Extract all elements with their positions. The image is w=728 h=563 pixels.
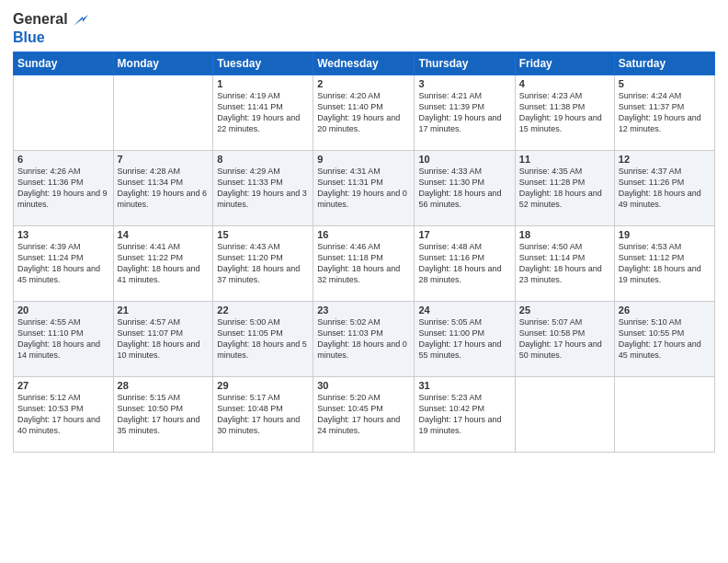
day-info: Sunrise: 4:46 AM Sunset: 11:18 PM Daylig… — [317, 241, 410, 286]
day-number: 1 — [217, 78, 309, 89]
day-number: 24 — [418, 304, 510, 316]
day-number: 26 — [619, 304, 711, 316]
day-number: 27 — [17, 380, 109, 391]
calendar-cell — [14, 75, 114, 150]
weekday-tuesday: Tuesday — [213, 52, 313, 75]
day-number: 13 — [17, 229, 109, 240]
week-row-2: 6Sunrise: 4:26 AM Sunset: 11:36 PM Dayli… — [14, 150, 715, 225]
day-number: 23 — [317, 304, 410, 316]
calendar-cell: 10Sunrise: 4:33 AM Sunset: 11:30 PM Dayl… — [415, 150, 515, 225]
day-number: 22 — [217, 304, 309, 316]
weekday-thursday: Thursday — [415, 52, 515, 75]
day-number: 10 — [418, 154, 510, 165]
calendar-cell: 16Sunrise: 4:46 AM Sunset: 11:18 PM Dayl… — [313, 225, 415, 301]
calendar-cell: 13Sunrise: 4:39 AM Sunset: 11:24 PM Dayl… — [14, 225, 114, 301]
day-info: Sunrise: 4:37 AM Sunset: 11:26 PM Daylig… — [619, 166, 711, 211]
calendar-cell: 24Sunrise: 5:05 AM Sunset: 11:00 PM Dayl… — [415, 301, 515, 376]
day-number: 17 — [418, 229, 510, 240]
calendar-cell: 8Sunrise: 4:29 AM Sunset: 11:33 PM Dayli… — [213, 150, 313, 225]
calendar-cell: 21Sunrise: 4:57 AM Sunset: 11:07 PM Dayl… — [113, 301, 213, 376]
day-info: Sunrise: 4:43 AM Sunset: 11:20 PM Daylig… — [217, 241, 309, 286]
week-row-5: 27Sunrise: 5:12 AM Sunset: 10:53 PM Dayl… — [14, 376, 715, 452]
day-info: Sunrise: 4:57 AM Sunset: 11:07 PM Daylig… — [118, 316, 210, 362]
calendar-cell: 30Sunrise: 5:20 AM Sunset: 10:45 PM Dayl… — [313, 376, 415, 452]
day-number: 11 — [519, 154, 610, 165]
day-info: Sunrise: 4:31 AM Sunset: 11:31 PM Daylig… — [317, 166, 410, 211]
day-info: Sunrise: 5:17 AM Sunset: 10:48 PM Daylig… — [217, 392, 309, 437]
calendar-cell: 5Sunrise: 4:24 AM Sunset: 11:37 PM Dayli… — [614, 75, 714, 150]
day-info: Sunrise: 5:10 AM Sunset: 10:55 PM Daylig… — [619, 316, 711, 362]
day-number: 29 — [217, 380, 309, 391]
day-number: 20 — [17, 304, 109, 316]
day-info: Sunrise: 4:35 AM Sunset: 11:28 PM Daylig… — [519, 166, 610, 211]
logo-blue: Blue — [13, 29, 90, 46]
day-info: Sunrise: 4:29 AM Sunset: 11:33 PM Daylig… — [217, 166, 309, 211]
day-info: Sunrise: 5:23 AM Sunset: 10:42 PM Daylig… — [418, 392, 510, 437]
weekday-header-row: SundayMondayTuesdayWednesdayThursdayFrid… — [14, 52, 715, 75]
svg-marker-0 — [74, 15, 88, 26]
day-number: 30 — [317, 380, 410, 391]
header: General Blue — [13, 9, 715, 46]
day-info: Sunrise: 5:20 AM Sunset: 10:45 PM Daylig… — [317, 392, 410, 437]
day-number: 6 — [17, 154, 109, 165]
weekday-sunday: Sunday — [14, 52, 114, 75]
day-number: 9 — [317, 154, 410, 165]
calendar-cell: 15Sunrise: 4:43 AM Sunset: 11:20 PM Dayl… — [213, 225, 313, 301]
calendar-cell: 7Sunrise: 4:28 AM Sunset: 11:34 PM Dayli… — [113, 150, 213, 225]
calendar-cell: 6Sunrise: 4:26 AM Sunset: 11:36 PM Dayli… — [14, 150, 114, 225]
calendar-cell — [113, 75, 213, 150]
calendar-cell: 23Sunrise: 5:02 AM Sunset: 11:03 PM Dayl… — [313, 301, 415, 376]
logo-text: General — [13, 11, 68, 28]
week-row-3: 13Sunrise: 4:39 AM Sunset: 11:24 PM Dayl… — [14, 225, 715, 301]
day-info: Sunrise: 4:39 AM Sunset: 11:24 PM Daylig… — [17, 241, 109, 286]
day-info: Sunrise: 5:12 AM Sunset: 10:53 PM Daylig… — [17, 392, 109, 437]
day-number: 2 — [317, 78, 410, 89]
weekday-saturday: Saturday — [614, 52, 714, 75]
weekday-monday: Monday — [113, 52, 213, 75]
day-info: Sunrise: 4:24 AM Sunset: 11:37 PM Daylig… — [619, 90, 711, 135]
calendar-cell: 25Sunrise: 5:07 AM Sunset: 10:58 PM Dayl… — [515, 301, 614, 376]
calendar-cell: 9Sunrise: 4:31 AM Sunset: 11:31 PM Dayli… — [313, 150, 415, 225]
calendar-cell: 17Sunrise: 4:48 AM Sunset: 11:16 PM Dayl… — [415, 225, 515, 301]
day-info: Sunrise: 5:07 AM Sunset: 10:58 PM Daylig… — [519, 316, 610, 362]
day-info: Sunrise: 4:23 AM Sunset: 11:38 PM Daylig… — [519, 90, 610, 135]
week-row-4: 20Sunrise: 4:55 AM Sunset: 11:10 PM Dayl… — [14, 301, 715, 376]
calendar-cell — [614, 376, 714, 452]
day-info: Sunrise: 4:26 AM Sunset: 11:36 PM Daylig… — [17, 166, 109, 211]
calendar-cell: 1Sunrise: 4:19 AM Sunset: 11:41 PM Dayli… — [213, 75, 313, 150]
day-number: 19 — [619, 229, 711, 240]
day-info: Sunrise: 4:20 AM Sunset: 11:40 PM Daylig… — [317, 90, 410, 135]
calendar-cell: 28Sunrise: 5:15 AM Sunset: 10:50 PM Dayl… — [113, 376, 213, 452]
day-info: Sunrise: 4:53 AM Sunset: 11:12 PM Daylig… — [619, 241, 711, 286]
day-info: Sunrise: 5:00 AM Sunset: 11:05 PM Daylig… — [217, 316, 309, 362]
calendar-cell: 12Sunrise: 4:37 AM Sunset: 11:26 PM Dayl… — [614, 150, 714, 225]
day-info: Sunrise: 4:48 AM Sunset: 11:16 PM Daylig… — [418, 241, 510, 286]
day-number: 25 — [519, 304, 610, 316]
day-number: 21 — [118, 304, 210, 316]
calendar-cell: 14Sunrise: 4:41 AM Sunset: 11:22 PM Dayl… — [113, 225, 213, 301]
day-info: Sunrise: 4:21 AM Sunset: 11:39 PM Daylig… — [418, 90, 510, 135]
calendar-cell: 2Sunrise: 4:20 AM Sunset: 11:40 PM Dayli… — [313, 75, 415, 150]
calendar-cell: 22Sunrise: 5:00 AM Sunset: 11:05 PM Dayl… — [213, 301, 313, 376]
day-info: Sunrise: 5:02 AM Sunset: 11:03 PM Daylig… — [317, 316, 410, 362]
day-number: 12 — [619, 154, 711, 165]
calendar-cell: 3Sunrise: 4:21 AM Sunset: 11:39 PM Dayli… — [415, 75, 515, 150]
logo-icon — [70, 9, 90, 29]
day-number: 16 — [317, 229, 410, 240]
day-info: Sunrise: 4:41 AM Sunset: 11:22 PM Daylig… — [118, 241, 210, 286]
day-info: Sunrise: 4:33 AM Sunset: 11:30 PM Daylig… — [418, 166, 510, 211]
day-info: Sunrise: 5:15 AM Sunset: 10:50 PM Daylig… — [118, 392, 210, 437]
day-info: Sunrise: 4:55 AM Sunset: 11:10 PM Daylig… — [17, 316, 109, 362]
calendar-cell: 19Sunrise: 4:53 AM Sunset: 11:12 PM Dayl… — [614, 225, 714, 301]
day-info: Sunrise: 4:28 AM Sunset: 11:34 PM Daylig… — [118, 166, 210, 211]
calendar-cell: 4Sunrise: 4:23 AM Sunset: 11:38 PM Dayli… — [515, 75, 614, 150]
day-number: 28 — [118, 380, 210, 391]
day-number: 3 — [418, 78, 510, 89]
day-number: 4 — [519, 78, 610, 89]
page: General Blue SundayMondayTuesdayWednesda… — [0, 0, 728, 563]
calendar-cell: 11Sunrise: 4:35 AM Sunset: 11:28 PM Dayl… — [515, 150, 614, 225]
weekday-wednesday: Wednesday — [313, 52, 415, 75]
calendar-cell: 31Sunrise: 5:23 AM Sunset: 10:42 PM Dayl… — [415, 376, 515, 452]
week-row-1: 1Sunrise: 4:19 AM Sunset: 11:41 PM Dayli… — [14, 75, 715, 150]
calendar-table: SundayMondayTuesdayWednesdayThursdayFrid… — [13, 52, 715, 453]
